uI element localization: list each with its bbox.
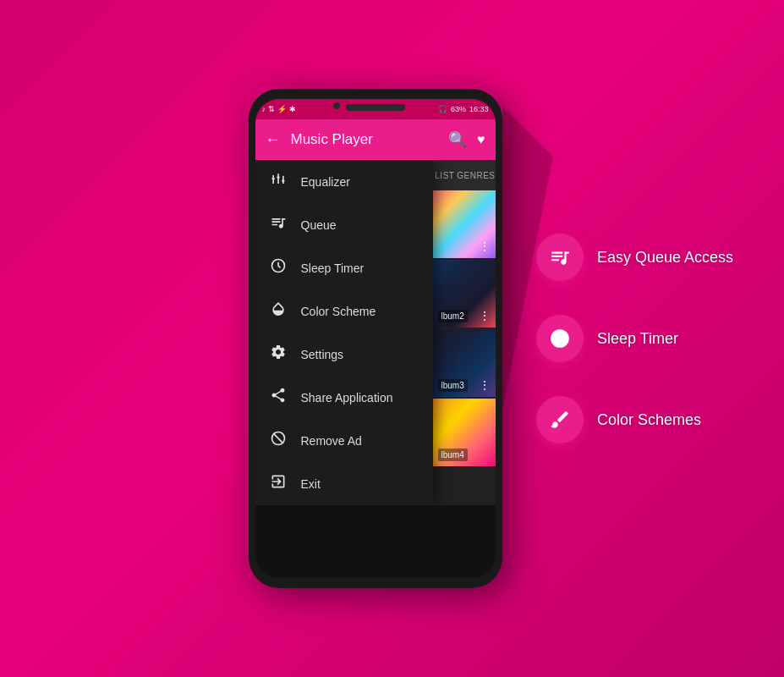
svg-rect-2 — [277, 173, 279, 184]
album-label-4: lbum4 — [438, 449, 468, 461]
feature-color-schemes: Color Schemes — [536, 396, 733, 443]
feature-sleep-timer: Sleep Timer — [536, 315, 733, 362]
sleep-timer-icon — [269, 257, 288, 278]
svg-line-8 — [273, 433, 283, 443]
feature-easy-queue: Easy Queue Access — [536, 234, 733, 281]
album-more-1[interactable]: ⋮ — [479, 239, 491, 253]
feature-label-color: Color Schemes — [597, 411, 701, 429]
exit-icon — [269, 473, 288, 494]
phone: ♪ ⇅ ⚡ ✱ 🎧 63% 16:33 ← Music Player 🔍 ♥ — [249, 89, 502, 588]
svg-rect-1 — [271, 178, 274, 179]
menu-item-settings[interactable]: Settings — [255, 333, 433, 376]
menu-item-equalizer[interactable]: Equalizer — [255, 160, 433, 203]
album-label-2: lbum2 — [438, 310, 468, 322]
sync-status-icon: ⇅ — [268, 105, 275, 113]
remove-ad-icon — [269, 430, 288, 451]
bug-status-icon: ✱ — [289, 105, 296, 113]
feature-label-timer: Sleep Timer — [597, 330, 678, 348]
queue-icon — [269, 214, 288, 235]
app-bar: ← Music Player 🔍 ♥ — [255, 119, 496, 160]
phone-speaker — [346, 104, 405, 111]
time-display: 16:33 — [469, 105, 489, 113]
equalizer-icon — [269, 171, 288, 192]
menu-item-color-scheme[interactable]: Color Scheme — [255, 289, 433, 333]
album-item-1[interactable]: ⋮ — [433, 190, 496, 258]
status-right-icons: 🎧 63% 16:33 — [438, 105, 489, 113]
feature-label-queue: Easy Queue Access — [597, 249, 733, 267]
menu-item-share[interactable]: Share Application — [255, 376, 433, 419]
status-left-icons: ♪ ⇅ ⚡ ✱ — [262, 105, 297, 113]
album-item-4[interactable]: lbum4 — [433, 399, 496, 466]
back-button[interactable]: ← — [266, 131, 281, 149]
search-button[interactable]: 🔍 — [448, 130, 467, 149]
menu-item-sleep-timer[interactable]: Sleep Timer — [255, 246, 433, 289]
usb-status-icon: ⚡ — [277, 105, 287, 113]
share-icon — [269, 387, 288, 408]
tab-genres[interactable]: GENRES — [457, 160, 495, 190]
svg-rect-5 — [282, 180, 284, 182]
svg-rect-3 — [277, 177, 279, 179]
settings-icon — [269, 344, 288, 365]
queue-label: Queue — [301, 218, 337, 232]
drawer-menu: Equalizer Queue — [255, 160, 433, 505]
scene: ♪ ⇅ ⚡ ✱ 🎧 63% 16:33 ← Music Player 🔍 ♥ — [0, 0, 784, 677]
album-label-3: lbum3 — [438, 379, 468, 392]
exit-label: Exit — [301, 477, 321, 491]
palette-feature-icon — [549, 409, 571, 431]
tab-bar: LIST GENRES — [433, 160, 496, 190]
tab-list[interactable]: LIST — [433, 160, 458, 190]
sleep-timer-label: Sleep Timer — [301, 261, 365, 275]
content-area: Equalizer Queue — [255, 160, 496, 505]
headphone-icon: 🎧 — [438, 105, 447, 113]
album-item-3[interactable]: lbum3 ⋮ — [433, 329, 496, 397]
remove-ad-label: Remove Ad — [301, 434, 362, 448]
color-scheme-label: Color Scheme — [301, 305, 376, 318]
svg-rect-4 — [282, 176, 284, 184]
share-label: Share Application — [301, 391, 393, 405]
equalizer-label: Equalizer — [301, 175, 350, 189]
album-more-2[interactable]: ⋮ — [479, 309, 491, 322]
features-panel: Easy Queue Access Sleep Timer Color Sche… — [536, 234, 733, 443]
color-scheme-icon — [269, 300, 288, 322]
phone-screen: ♪ ⇅ ⚡ ✱ 🎧 63% 16:33 ← Music Player 🔍 ♥ — [255, 99, 496, 578]
album-panel: LIST GENRES ⋮ lbum2 ⋮ lbum3 ⋮ — [433, 160, 496, 505]
settings-label: Settings — [301, 348, 344, 361]
menu-item-queue[interactable]: Queue — [255, 203, 433, 246]
app-title: Music Player — [291, 131, 439, 148]
album-more-3[interactable]: ⋮ — [479, 378, 491, 392]
menu-item-remove-ad[interactable]: Remove Ad — [255, 419, 433, 462]
album-item-2[interactable]: lbum2 ⋮ — [433, 260, 496, 327]
music-status-icon: ♪ — [262, 105, 266, 113]
phone-camera — [333, 102, 340, 109]
menu-item-exit[interactable]: Exit — [255, 462, 433, 505]
favorite-button[interactable]: ♥ — [477, 132, 485, 147]
battery-percent: 63% — [451, 105, 466, 113]
album-list: ⋮ lbum2 ⋮ lbum3 ⋮ lbum4 — [433, 190, 496, 468]
